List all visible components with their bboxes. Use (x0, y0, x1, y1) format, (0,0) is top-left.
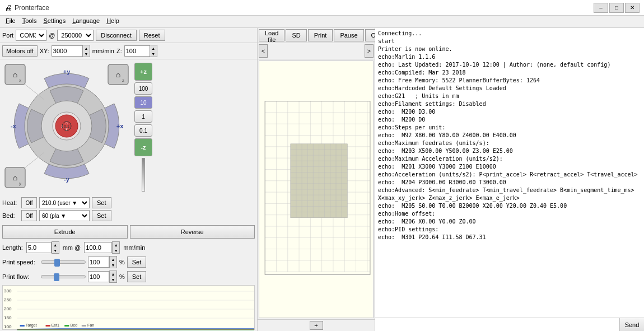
step-01-button[interactable]: 0.1 (134, 124, 152, 137)
z-label: Z: (116, 48, 122, 54)
svg-text:-x: -x (11, 123, 17, 129)
print-flow-thumb[interactable] (54, 273, 59, 281)
svg-text:Bed: Bed (70, 323, 77, 327)
step-1-button[interactable]: 1 (134, 110, 152, 123)
heat-temp-select[interactable]: 210.0 (user ▼ (39, 197, 90, 208)
length-spin-up[interactable]: ▲ (52, 242, 59, 248)
bed-label: Bed: (2, 212, 19, 219)
svg-text:150: 150 (4, 315, 12, 320)
svg-text:100: 100 (4, 324, 12, 329)
speed-input[interactable] (84, 242, 112, 253)
svg-text:+x: +x (116, 123, 124, 129)
motors-off-button[interactable]: Motors off (2, 45, 38, 57)
xy-spin-up[interactable]: ▲ (83, 45, 90, 51)
maximize-button[interactable]: □ (609, 3, 624, 13)
add-button[interactable]: + (310, 321, 323, 330)
menubar: File Tools Settings Language Help (0, 16, 644, 28)
svg-text:-y: -y (64, 176, 70, 183)
console-output[interactable]: Connecting...startPrinter is now online.… (375, 28, 644, 318)
speed-spin-up[interactable]: ▲ (113, 242, 119, 248)
menu-help[interactable]: Help (103, 17, 123, 26)
step-100-button[interactable]: 100 (134, 82, 152, 95)
titlebar: 🖨 Pronterface – □ ✕ (0, 0, 644, 16)
svg-text:⌂: ⌂ (116, 70, 120, 79)
send-button[interactable]: Send (619, 318, 644, 331)
bed-temp-select[interactable]: 60 (pla ▼ (39, 210, 90, 221)
print-flow-spin-up[interactable]: ▲ (110, 271, 116, 277)
z-input[interactable]: 100 (124, 45, 150, 57)
menu-language[interactable]: Language (69, 17, 103, 26)
svg-text:z: z (122, 78, 124, 83)
print-speed-set-button[interactable]: Set (127, 257, 147, 268)
print-speed-row: Print speed: ▲ ▼ % Set (0, 255, 257, 269)
svg-text:250: 250 (4, 297, 12, 302)
print-flow-set-button[interactable]: Set (127, 271, 147, 282)
minus-z-button[interactable]: -z (134, 138, 152, 156)
disconnect-button[interactable]: Disconnect (96, 30, 136, 41)
reset-button[interactable]: Reset (139, 30, 165, 41)
length-label: Length: (2, 244, 23, 251)
svg-text:y: y (19, 181, 21, 186)
temperature-chart: 300 250 200 150 100 Target Ext1 (2, 285, 255, 330)
right-panel: Connecting...startPrinter is now online.… (375, 28, 644, 331)
menu-settings[interactable]: Settings (40, 17, 69, 26)
print-flow-row: Print flow: ▲ ▼ % Set (0, 269, 257, 284)
close-button[interactable]: ✕ (625, 3, 640, 13)
print-flow-spin-down[interactable]: ▼ (110, 277, 116, 282)
print-speed-input[interactable] (88, 257, 109, 268)
plus-z-button[interactable]: +z (134, 63, 152, 81)
at-sign: @ (49, 32, 55, 39)
bed-grid-svg (259, 61, 373, 318)
print-flow-track[interactable] (41, 275, 86, 278)
jog-container: ⌂ y x 0.1 +y -y +x -x (2, 62, 131, 190)
svg-rect-29 (20, 325, 25, 327)
heat-row: Heat: Off 210.0 (user ▼ Set (2, 197, 255, 208)
sd-button[interactable]: SD (286, 29, 306, 41)
print-speed-spin-down[interactable]: ▼ (110, 262, 116, 268)
print-flow-pct: % (119, 273, 125, 280)
z-speed-spin-up[interactable]: ▲ (150, 45, 157, 51)
print-speed-track[interactable] (41, 260, 86, 264)
xy-spin-down[interactable]: ▼ (83, 51, 90, 57)
port-select[interactable]: COM3 (16, 30, 46, 41)
svg-rect-35 (82, 325, 86, 327)
port-label: Port (2, 32, 13, 39)
print-button[interactable]: Print (308, 29, 333, 41)
scroll-right-button[interactable]: > (365, 44, 374, 58)
mmmin-label: mm/min (92, 48, 114, 54)
menu-file[interactable]: File (2, 17, 19, 26)
print-speed-thumb[interactable] (54, 259, 60, 267)
color-strip (142, 158, 145, 192)
svg-text:Ext1: Ext1 (52, 323, 59, 327)
motors-row: Motors off XY: 3000 ▲ ▼ mm/min Z: 100 ▲ … (0, 43, 257, 59)
extrude-button[interactable]: Extrude (2, 225, 128, 239)
svg-text:⌂: ⌂ (13, 70, 17, 79)
length-spin-down[interactable]: ▼ (52, 248, 59, 253)
bed-off-button[interactable]: Off (21, 210, 37, 221)
jog-wheel: ⌂ y x 0.1 +y -y +x -x (2, 62, 131, 190)
baud-select[interactable]: 250000 (57, 30, 94, 41)
reverse-button[interactable]: Reverse (130, 225, 255, 239)
heat-set-button[interactable]: Set (92, 197, 111, 208)
print-speed-label: Print speed: (2, 259, 39, 265)
bed-set-button[interactable]: Set (92, 210, 111, 221)
step-10-button[interactable]: 10 (134, 96, 152, 109)
heat-controls: Heat: Off 210.0 (user ▼ Set Bed: Off 60 … (0, 195, 257, 223)
print-flow-input[interactable] (88, 271, 109, 282)
load-file-button[interactable]: Load file (259, 29, 284, 41)
pause-button[interactable]: Pause (334, 29, 363, 41)
z-speed-spin-down[interactable]: ▼ (150, 51, 157, 57)
bed-row: Bed: Off 60 (pla ▼ Set (2, 210, 255, 221)
length-input[interactable] (26, 242, 52, 253)
print-speed-spin-up[interactable]: ▲ (110, 257, 116, 262)
minimize-button[interactable]: – (594, 3, 608, 13)
heat-off-button[interactable]: Off (21, 197, 37, 208)
xy-label: XY: (40, 48, 49, 54)
xy-input[interactable]: 3000 (52, 45, 82, 57)
menu-tools[interactable]: Tools (19, 17, 40, 26)
console-input[interactable] (375, 318, 619, 331)
scroll-left-button[interactable]: < (259, 44, 268, 58)
speed-spin-down[interactable]: ▼ (113, 248, 119, 253)
svg-text:Target: Target (26, 323, 37, 328)
chart-svg: 300 250 200 150 100 Target Ext1 (3, 286, 254, 330)
